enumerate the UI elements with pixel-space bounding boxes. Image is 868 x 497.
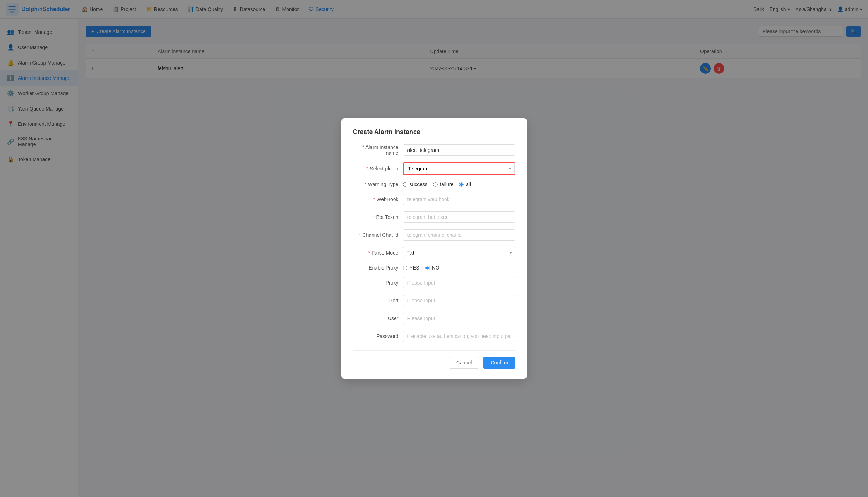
plugin-select-wrapper: Telegram DingTalk Email Feishu Slack WeC… — [403, 162, 515, 175]
form-row-bot-token: * Bot Token — [353, 211, 515, 223]
alarm-name-label: * Alarm instance name — [353, 144, 403, 156]
modal-overlay: Create Alarm Instance * Alarm instance n… — [0, 0, 868, 497]
form-row-enable-proxy: Enable Proxy YES NO — [353, 265, 515, 271]
radio-yes[interactable]: YES — [403, 265, 420, 271]
password-label: Password — [353, 333, 403, 339]
user-input[interactable] — [403, 313, 515, 324]
plugin-select[interactable]: Telegram DingTalk Email Feishu Slack WeC… — [404, 163, 515, 174]
alarm-instance-name-input[interactable] — [403, 144, 515, 156]
form-row-webhook: * WebHook — [353, 194, 515, 205]
cancel-button[interactable]: Cancel — [449, 357, 479, 369]
channel-chat-id-input[interactable] — [403, 229, 515, 241]
form-row-proxy: Proxy — [353, 277, 515, 288]
radio-no[interactable]: NO — [425, 265, 440, 271]
enable-proxy-radio-group: YES NO — [403, 265, 515, 271]
warning-type-label: * Warning Type — [353, 181, 403, 187]
confirm-button[interactable]: Confirm — [483, 357, 515, 369]
form-row-port: Port — [353, 295, 515, 306]
webhook-label: * WebHook — [353, 196, 403, 202]
webhook-input[interactable] — [403, 194, 515, 205]
bot-token-label: * Bot Token — [353, 214, 403, 220]
password-input[interactable] — [403, 331, 515, 342]
modal-title: Create Alarm Instance — [353, 128, 515, 136]
port-label: Port — [353, 298, 403, 303]
enable-proxy-label: Enable Proxy — [353, 265, 403, 271]
proxy-input[interactable] — [403, 277, 515, 288]
modal-footer: Cancel Confirm — [353, 350, 515, 369]
parse-mode-select[interactable]: Txt HTML Markdown MarkdownV2 — [403, 247, 515, 258]
form-row-plugin: * Select plugin Telegram DingTalk Email … — [353, 162, 515, 175]
form-row-warning-type: * Warning Type success failure all — [353, 181, 515, 187]
radio-success[interactable]: success — [403, 181, 428, 187]
form-row-alarm-name: * Alarm instance name — [353, 144, 515, 156]
radio-failure[interactable]: failure — [433, 181, 453, 187]
radio-all[interactable]: all — [459, 181, 471, 187]
form-row-user: User — [353, 313, 515, 324]
parse-mode-select-wrapper: Txt HTML Markdown MarkdownV2 ▾ — [403, 247, 515, 258]
create-alarm-instance-modal: Create Alarm Instance * Alarm instance n… — [341, 118, 527, 379]
form-row-password: Password — [353, 331, 515, 342]
port-input[interactable] — [403, 295, 515, 306]
plugin-label: * Select plugin — [353, 166, 403, 171]
parse-mode-label: * Parse Mode — [353, 250, 403, 256]
proxy-label: Proxy — [353, 280, 403, 286]
bot-token-input[interactable] — [403, 211, 515, 223]
form-row-parse-mode: * Parse Mode Txt HTML Markdown MarkdownV… — [353, 247, 515, 258]
channel-chat-id-label: * Channel Chat Id — [353, 232, 403, 238]
form-row-channel-chat-id: * Channel Chat Id — [353, 229, 515, 241]
user-label: User — [353, 316, 403, 321]
warning-type-radio-group: success failure all — [403, 181, 515, 187]
